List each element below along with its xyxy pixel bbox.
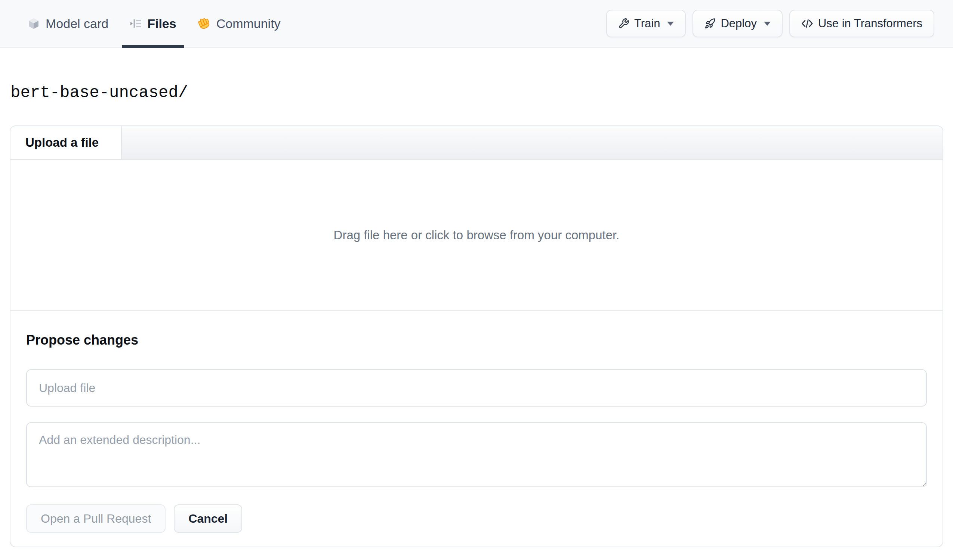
chevron-down-icon (764, 22, 771, 26)
tab-upload-a-file[interactable]: Upload a file (11, 126, 122, 159)
cancel-button[interactable]: Cancel (174, 504, 242, 533)
tab-model-card[interactable]: Model card (19, 0, 116, 47)
open-pull-request-button[interactable]: Open a Pull Request (26, 504, 166, 533)
upload-card: Upload a file Drag file here or click to… (10, 125, 943, 547)
upload-card-tabstrip: Upload a file (11, 126, 942, 160)
propose-changes-heading: Propose changes (26, 332, 927, 348)
tab-community-label: Community (216, 16, 281, 31)
file-dropzone[interactable]: Drag file here or click to browse from y… (11, 160, 942, 310)
rocket-icon (705, 18, 716, 29)
wrench-icon (618, 18, 629, 29)
train-button-label: Train (634, 17, 660, 30)
use-in-transformers-button[interactable]: Use in Transformers (789, 10, 934, 37)
train-button[interactable]: Train (606, 10, 686, 37)
propose-changes-section: Propose changes Open a Pull Request Canc… (11, 310, 942, 546)
tab-files-label: Files (147, 16, 176, 31)
chevron-down-icon (667, 22, 674, 26)
dropzone-text: Drag file here or click to browse from y… (334, 228, 619, 242)
repo-tab-bar: Model card Files (19, 0, 288, 47)
description-textarea[interactable] (26, 422, 927, 487)
waving-hand-icon (197, 17, 211, 31)
cube-icon (27, 17, 40, 30)
files-page: bert-base-uncased/ Upload a file Drag fi… (0, 48, 953, 547)
code-icon (801, 17, 813, 29)
list-tree-icon (129, 17, 142, 30)
propose-actions-row: Open a Pull Request Cancel (26, 504, 927, 533)
repo-action-buttons: Train Deploy (606, 0, 934, 47)
repo-header: Model card Files (0, 0, 953, 48)
filename-input[interactable] (26, 369, 927, 407)
deploy-button[interactable]: Deploy (692, 10, 782, 37)
tab-files[interactable]: Files (122, 0, 183, 47)
tab-model-card-label: Model card (46, 16, 109, 31)
tab-community[interactable]: Community (190, 0, 288, 47)
deploy-button-label: Deploy (720, 17, 757, 30)
breadcrumb[interactable]: bert-base-uncased/ (11, 83, 188, 102)
use-in-transformers-label: Use in Transformers (818, 17, 922, 30)
